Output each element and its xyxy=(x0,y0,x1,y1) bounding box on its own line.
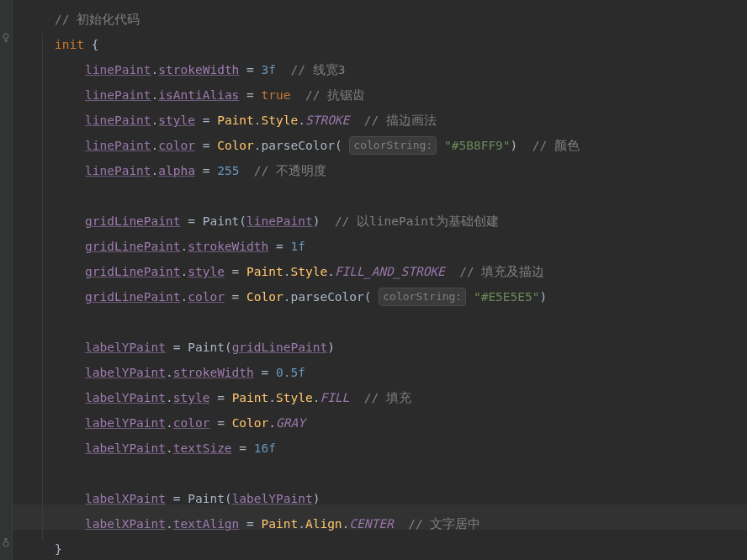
literal-true: true xyxy=(262,88,291,102)
comment: // 描边画法 xyxy=(364,114,437,127)
prop-textAlign: textAlign xyxy=(173,517,240,531)
code-line: linePaint.strokeWidth = 3f // 线宽3 xyxy=(85,57,747,82)
code-line: init { xyxy=(55,32,747,57)
comment: // 以linePaint为基础创建 xyxy=(335,214,499,228)
comment: // 文字居中 xyxy=(408,517,480,531)
code-line: } xyxy=(55,536,747,560)
var-linePaint: linePaint xyxy=(85,63,151,77)
comment: // 初始化代码 xyxy=(55,13,140,26)
var-gridLinePaint: gridLinePaint xyxy=(85,214,181,228)
param-hint: colorString: xyxy=(349,136,437,155)
keyword-init: init xyxy=(55,38,84,51)
code-line: linePaint.isAntiAlias = true // 抗锯齿 xyxy=(85,82,747,108)
param-hint: colorString: xyxy=(379,288,466,306)
code-line: linePaint.alpha = 255 // 不透明度 xyxy=(85,158,747,183)
string-literal: "#5B8FF9" xyxy=(444,139,511,152)
code-line: linePaint.style = Paint.Style.STROKE // … xyxy=(85,108,747,133)
code-line: labelYPaint = Paint(gridLinePaint) xyxy=(85,335,747,360)
comment: // 不透明度 xyxy=(254,164,326,177)
enum-center: CENTER xyxy=(349,517,393,531)
var-labelYPaint: labelYPaint xyxy=(85,341,166,354)
literal-3f: 3f xyxy=(262,63,276,77)
prop-textSize: textSize xyxy=(173,441,232,455)
enum-fill-and-stroke: FILL_AND_STROKE xyxy=(335,265,445,278)
comment: // 抗锯齿 xyxy=(305,88,365,102)
code-line: gridLinePaint.strokeWidth = 1f xyxy=(85,234,747,259)
code-line: gridLinePaint.style = Paint.Style.FILL_A… xyxy=(85,259,747,284)
code-line: gridLinePaint = Paint(linePaint) // 以lin… xyxy=(85,209,747,234)
prop-color: color xyxy=(158,139,195,152)
brace-open: { xyxy=(84,38,98,51)
enum-fill: FILL xyxy=(320,391,349,404)
code-line: gridLinePaint.color = Color.parseColor( … xyxy=(85,284,747,309)
code-line: // 初始化代码 xyxy=(55,7,747,32)
svg-point-1 xyxy=(3,542,8,547)
prop-alpha: alpha xyxy=(158,164,195,177)
literal-0.5f: 0.5f xyxy=(276,366,305,379)
prop-strokeWidth: strokeWidth xyxy=(158,63,239,77)
override-down-icon[interactable] xyxy=(1,33,11,43)
code-line: labelYPaint.strokeWidth = 0.5f xyxy=(85,360,747,385)
comment: // 填充 xyxy=(364,391,411,404)
prop-isAntiAlias: isAntiAlias xyxy=(158,88,239,102)
code-line: labelXPaint.textAlign = Paint.Align.CENT… xyxy=(85,511,747,536)
comment: // 填充及描边 xyxy=(459,265,544,278)
literal-16f: 16f xyxy=(254,441,276,455)
code-editor[interactable]: // 初始化代码 init { linePaint.strokeWidth = … xyxy=(0,0,747,560)
code-line: labelYPaint.color = Color.GRAY xyxy=(85,410,747,436)
gutter xyxy=(0,0,13,560)
brace-close: } xyxy=(55,542,62,556)
string-literal: "#E5E5E5" xyxy=(474,290,540,304)
prop-style: style xyxy=(158,114,195,127)
var-labelXPaint: labelXPaint xyxy=(85,492,166,505)
literal-1f: 1f xyxy=(290,240,305,253)
literal-255: 255 xyxy=(217,164,239,177)
code-line: labelYPaint.style = Paint.Style.FILL // … xyxy=(85,385,747,410)
enum-gray: GRAY xyxy=(276,416,305,430)
code-line: labelXPaint = Paint(labelYPaint) xyxy=(85,486,747,511)
comment: // 线宽3 xyxy=(290,63,345,77)
override-up-icon[interactable] xyxy=(1,537,11,547)
code-line: linePaint.color = Color.parseColor( colo… xyxy=(85,133,747,158)
enum-stroke: STROKE xyxy=(305,114,349,127)
comment: // 颜色 xyxy=(532,139,580,152)
svg-point-0 xyxy=(3,34,8,39)
code-area[interactable]: // 初始化代码 init { linePaint.strokeWidth = … xyxy=(13,0,747,560)
code-line: labelYPaint.textSize = 16f xyxy=(85,436,747,461)
